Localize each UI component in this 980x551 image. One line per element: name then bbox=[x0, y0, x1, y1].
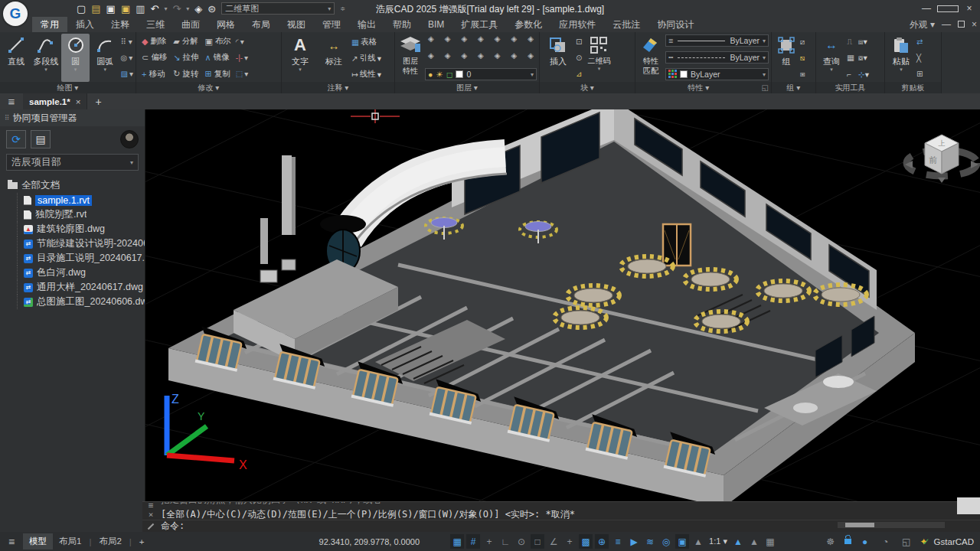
settings-gear-icon[interactable]: ☸ bbox=[824, 534, 838, 549]
block-edit-icon[interactable]: ⊙ bbox=[576, 54, 582, 62]
layer-freeze-icon[interactable]: ◈ bbox=[445, 34, 451, 43]
tab-mesh[interactable]: 网格 bbox=[208, 17, 243, 32]
tab-3d[interactable]: 三维 bbox=[138, 17, 173, 32]
drawing-canvas[interactable]: 上 前 Z Y X bbox=[145, 109, 980, 501]
move-button[interactable]: +移动 bbox=[142, 69, 167, 80]
leader-button[interactable]: ↗引线▾ bbox=[351, 53, 381, 64]
ungroup-icon[interactable]: ⧄ bbox=[800, 37, 805, 47]
layer-change-icon[interactable]: ◈ bbox=[511, 51, 518, 60]
angle-snap-icon[interactable]: ∠ bbox=[547, 534, 560, 549]
layer-isolate-icon[interactable]: ◈ bbox=[478, 34, 484, 43]
measure-icon[interactable]: ⎍ bbox=[847, 37, 854, 47]
point-id-icon[interactable]: ⧇▾ bbox=[858, 53, 869, 63]
tab-bim[interactable]: BIM bbox=[420, 17, 452, 32]
annotation-auto-icon[interactable]: ▲ bbox=[747, 534, 761, 549]
grid-toggle-icon[interactable]: ▦ bbox=[450, 534, 464, 549]
tab-insert[interactable]: 插入 bbox=[67, 17, 103, 32]
snap-3d-icon[interactable]: + bbox=[563, 534, 577, 549]
layer-merge-icon[interactable]: ◈ bbox=[511, 34, 518, 43]
lineweight-combo[interactable]: ≡ ByLayer▾ bbox=[665, 34, 769, 47]
erase-button[interactable]: ◆删除 bbox=[142, 36, 167, 47]
explode-button[interactable]: ▰分解 bbox=[173, 36, 198, 47]
layer-on-icon[interactable]: ◈ bbox=[428, 34, 434, 43]
match-properties-button[interactable]: 特性 匹配 bbox=[638, 34, 664, 82]
calculator-icon[interactable]: ▦ bbox=[847, 53, 854, 63]
tab-surface[interactable]: 曲面 bbox=[173, 17, 208, 32]
text-button[interactable]: A 文字 ▾ bbox=[284, 34, 316, 82]
command-close-icon[interactable]: × bbox=[145, 510, 156, 520]
tab-annotate[interactable]: 注释 bbox=[103, 17, 138, 32]
panel-utilities-footer[interactable]: 实用工具 bbox=[816, 82, 884, 93]
lineweight-display-icon[interactable]: ≡ bbox=[611, 534, 625, 549]
corner-icon[interactable]: ⌐ bbox=[847, 70, 854, 79]
close-button[interactable]: × bbox=[959, 0, 980, 17]
linear-button[interactable]: ↦线性▾ bbox=[351, 69, 381, 80]
hatch-tools-icon[interactable]: ▨▾ bbox=[121, 70, 133, 78]
layout2-tab[interactable]: 布局2 bbox=[93, 533, 127, 549]
tab-collab-design[interactable]: 协同设计 bbox=[648, 17, 702, 32]
line-button[interactable]: 直线 bbox=[2, 34, 31, 82]
panel-annotate-footer[interactable]: 注释 ▾ bbox=[282, 82, 394, 93]
fullscreen-icon[interactable]: ◱ bbox=[900, 534, 913, 549]
doc-minimize-button[interactable]: — bbox=[942, 19, 951, 30]
group-button[interactable]: 组 bbox=[774, 34, 799, 82]
layout1-tab[interactable]: 布局1 bbox=[53, 533, 87, 549]
object-snap-icon[interactable]: □ bbox=[531, 534, 544, 549]
sync-button[interactable]: ⟳ bbox=[6, 130, 26, 148]
panel-block-footer[interactable]: 块 ▾ bbox=[540, 82, 635, 93]
add-layout-button[interactable]: + bbox=[133, 535, 151, 549]
rotate-button[interactable]: ↻旋转 bbox=[173, 69, 198, 80]
ortho-toggle-icon[interactable]: ∟ bbox=[498, 534, 512, 549]
gstarcad-logo[interactable]: G bbox=[3, 2, 28, 26]
tree-item[interactable]: 独院别墅.rvt bbox=[17, 207, 145, 222]
layer-match-icon[interactable]: ◈ bbox=[478, 51, 484, 60]
document-tab[interactable]: sample.1* × bbox=[23, 93, 87, 109]
linetype-combo[interactable]: ┅ ByLayer▾ bbox=[665, 51, 769, 64]
copy-button[interactable]: ⊞复制 bbox=[204, 69, 230, 80]
paste-button[interactable]: 粘贴 ▾ bbox=[887, 34, 915, 82]
panel-layer-footer[interactable]: 图层 ▾ bbox=[395, 82, 539, 93]
performance-gauge-icon[interactable]: ◔ bbox=[879, 534, 893, 549]
layer-prev-icon[interactable]: ◈ bbox=[495, 51, 501, 60]
annotation-scale-icon[interactable]: ▲ bbox=[691, 534, 705, 549]
color-combo[interactable]: ByLayer▾ bbox=[665, 68, 769, 80]
centerline-snap-icon[interactable]: ⊕ bbox=[595, 534, 609, 549]
layer-combo[interactable]: ● ☀ ◻ 0 ▾ bbox=[425, 68, 537, 80]
offset-button[interactable]: ⊂偏移 bbox=[142, 52, 167, 63]
break-tools-icon[interactable]: -|-▾ bbox=[236, 54, 248, 62]
layer-thaw-icon[interactable]: ◈ bbox=[445, 51, 451, 60]
insert-button[interactable]: 插入 bbox=[542, 34, 574, 82]
model-tab[interactable]: 模型 bbox=[23, 533, 53, 549]
annotation-scale-value[interactable]: 1:1 ▾ bbox=[709, 536, 727, 546]
selection-cycling-icon[interactable]: ▶ bbox=[627, 534, 641, 549]
point-tools-icon[interactable]: ⠿▾ bbox=[121, 37, 133, 46]
annotation-visibility-icon[interactable]: ▲ bbox=[731, 534, 745, 549]
panel-properties-footer[interactable]: 特性 ▾◱ bbox=[635, 82, 771, 93]
panel-draw-footer[interactable]: 绘图 ▾ bbox=[0, 82, 136, 93]
inquiry-button[interactable]: ↔ 查询 ▾ bbox=[818, 34, 844, 82]
panel-group-footer[interactable]: 组 ▾ bbox=[772, 82, 815, 93]
boolean-button[interactable]: ▣布尔 bbox=[204, 36, 230, 47]
polar-tracking-icon[interactable]: ⊙ bbox=[514, 534, 528, 549]
layer-off-icon[interactable]: ◈ bbox=[428, 51, 434, 60]
appearance-menu[interactable]: 外观 ▾ bbox=[910, 18, 935, 31]
tab-output[interactable]: 输出 bbox=[349, 17, 384, 32]
tree-item[interactable]: sample.1.rvt bbox=[17, 193, 145, 207]
tree-item[interactable]: ⇄ 色白河.dwg bbox=[17, 266, 145, 280]
polyline-button[interactable]: 多段线 ▾ bbox=[32, 34, 60, 82]
block-attr-icon[interactable]: ⊿ bbox=[576, 70, 582, 78]
layer-unlock-icon[interactable]: ◈ bbox=[461, 34, 467, 43]
tree-root-folder[interactable]: 全部文档 bbox=[5, 178, 145, 193]
gstarcad-brand[interactable]: ✦✓ GstarCAD bbox=[920, 536, 974, 547]
command-scrollbar[interactable] bbox=[838, 522, 945, 528]
layer-lock-icon[interactable]: ◈ bbox=[461, 51, 467, 60]
tree-item[interactable]: ⇄ 目录施工说明_20240617.dwg bbox=[17, 251, 145, 266]
tab-cloud-markup[interactable]: 云批注 bbox=[604, 17, 648, 32]
tab-parametric[interactable]: 参数化 bbox=[506, 17, 550, 32]
clean-screen-icon[interactable]: ▣ bbox=[675, 534, 689, 549]
layer-unisolate-icon[interactable]: ◈ bbox=[495, 34, 501, 43]
tab-layout[interactable]: 布局 bbox=[243, 17, 279, 32]
arc-button[interactable]: 圆弧 ▾ bbox=[91, 34, 119, 82]
menu-hamburger-icon[interactable]: ≡ bbox=[0, 95, 23, 108]
tips-bulb-icon[interactable]: ● bbox=[858, 534, 872, 549]
